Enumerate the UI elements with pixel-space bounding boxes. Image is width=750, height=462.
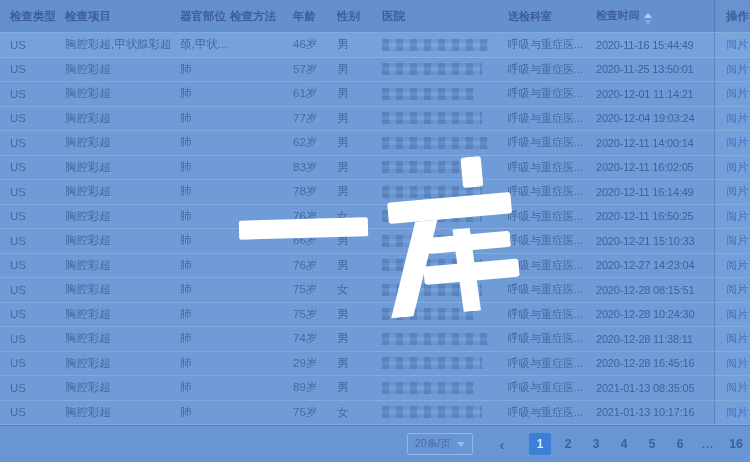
cell-exam-type: US [0, 137, 65, 149]
cell-exam-project: 胸腔彩超 [65, 160, 180, 175]
read-film-link[interactable]: 阅片 [726, 37, 748, 52]
read-film-link[interactable]: 阅片 [726, 258, 748, 273]
read-film-link[interactable]: 阅片 [726, 184, 748, 199]
cell-hospital [382, 161, 508, 173]
cell-exam-type: US [0, 259, 65, 271]
table-row[interactable]: US 胸腔彩超 肺 57岁 男 呼吸与重症医... 2020-11-25 13:… [0, 58, 750, 83]
sort-asc-icon [644, 13, 652, 18]
read-film-link[interactable]: 阅片 [726, 233, 748, 248]
table-row[interactable]: US 胸腔彩超 肺 78岁 男 呼吸与重症医... 2020-12-11 16:… [0, 180, 750, 205]
page-button[interactable]: 3 [585, 433, 607, 455]
read-film-link[interactable]: 阅片 [726, 209, 748, 224]
cell-hospital [382, 333, 508, 345]
read-film-link[interactable]: 阅片 [726, 160, 748, 175]
chevron-down-icon [457, 442, 465, 447]
hospital-redacted-block [382, 39, 489, 51]
table-row[interactable]: US 胸腔彩超,甲状腺彩超 颈,甲状... 46岁 男 呼吸与重症医... 20… [0, 33, 750, 58]
cell-actions: 阅片 [714, 131, 750, 155]
read-film-link[interactable]: 阅片 [726, 282, 748, 297]
page-button[interactable]: 2 [557, 433, 579, 455]
cell-department: 呼吸与重症医... [508, 356, 596, 371]
sort-icon[interactable] [644, 13, 652, 25]
cell-exam-time: 2020-11-25 13:50:01 [596, 63, 714, 75]
cell-hospital [382, 382, 508, 394]
cell-exam-time: 2020-12-21 15:10:33 [596, 235, 714, 247]
page-button[interactable]: 1 [529, 433, 551, 455]
table-row[interactable]: US 胸腔彩超 肺 75岁 女 呼吸与重症医... 2021-01-13 10:… [0, 401, 750, 426]
cell-gender: 男 [337, 111, 382, 126]
col-header-age: 年龄 [293, 9, 337, 24]
table-row[interactable]: US 胸腔彩超 肺 76岁 女 呼吸与重症医... 2020-12-11 16:… [0, 205, 750, 230]
col-header-exam-time[interactable]: 检查时间 [596, 8, 714, 25]
hospital-redacted-block [382, 235, 489, 247]
cell-hospital [382, 112, 508, 124]
read-film-link[interactable]: 阅片 [726, 405, 748, 420]
cell-actions: 阅片 [714, 156, 750, 180]
cell-gender: 男 [337, 184, 382, 199]
cell-actions: 阅片 [714, 33, 750, 57]
read-film-link[interactable]: 阅片 [726, 307, 748, 322]
cell-actions: 阅片 [714, 401, 750, 425]
cell-exam-time: 2020-12-27 14:23:04 [596, 259, 714, 271]
col-header-method: 检查方法 [230, 9, 293, 24]
col-header-department: 送检科室 [508, 9, 596, 24]
cell-organ: 肺 [180, 233, 230, 248]
page-size-select[interactable]: 20条/页 [407, 433, 473, 455]
prev-page-button[interactable]: ‹ [491, 433, 513, 455]
read-film-link[interactable]: 阅片 [726, 331, 748, 346]
cell-exam-type: US [0, 357, 65, 369]
cell-organ: 肺 [180, 282, 230, 297]
page-list: 123456...16 [529, 433, 747, 455]
cell-exam-type: US [0, 235, 65, 247]
cell-age: 57岁 [293, 62, 337, 77]
cell-department: 呼吸与重症医... [508, 135, 596, 150]
cell-actions: 阅片 [714, 352, 750, 376]
cell-exam-project: 胸腔彩超 [65, 184, 180, 199]
table-row[interactable]: US 胸腔彩超 肺 83岁 男 呼吸与重症医... 2020-12-11 16:… [0, 156, 750, 181]
cell-actions: 阅片 [714, 107, 750, 131]
cell-age: 29岁 [293, 356, 337, 371]
cell-exam-type: US [0, 63, 65, 75]
cell-gender: 男 [337, 37, 382, 52]
cell-age: 75岁 [293, 307, 337, 322]
page-button[interactable]: 6 [669, 433, 691, 455]
page-button[interactable]: 4 [613, 433, 635, 455]
table-row[interactable]: US 胸腔彩超 肺 62岁 男 呼吸与重症医... 2020-12-11 14:… [0, 131, 750, 156]
more-pages-button[interactable]: ... [697, 433, 719, 455]
cell-age: 89岁 [293, 380, 337, 395]
cell-organ: 肺 [180, 356, 230, 371]
table-row[interactable]: US 胸腔彩超 肺 74岁 男 呼吸与重症医... 2020-12-28 11:… [0, 327, 750, 352]
col-header-exam-project: 检查项目 [65, 9, 180, 24]
cell-exam-time: 2020-12-11 16:02:05 [596, 161, 714, 173]
read-film-link[interactable]: 阅片 [726, 380, 748, 395]
read-film-link[interactable]: 阅片 [726, 86, 748, 101]
table-row[interactable]: US 胸腔彩超 肺 77岁 男 呼吸与重症医... 2020-12-04 19:… [0, 107, 750, 132]
table-row[interactable]: US 胸腔彩超 肺 29岁 男 呼吸与重症医... 2020-12-28 16:… [0, 352, 750, 377]
table-row[interactable]: US 胸腔彩超 肺 75岁 男 呼吸与重症医... 2020-12-28 10:… [0, 303, 750, 328]
cell-department: 呼吸与重症医... [508, 233, 596, 248]
table-row[interactable]: US 胸腔彩超 肺 66岁 男 呼吸与重症医... 2020-12-21 15:… [0, 229, 750, 254]
hospital-redacted-block [382, 161, 474, 173]
table-row[interactable]: US 胸腔彩超 肺 76岁 男 呼吸与重症医... 2020-12-27 14:… [0, 254, 750, 279]
col-header-actions: 操作 [714, 0, 750, 32]
cell-exam-project: 胸腔彩超 [65, 62, 180, 77]
cell-exam-type: US [0, 308, 65, 320]
cell-exam-project: 胸腔彩超 [65, 258, 180, 273]
col-header-exam-type: 检查类型 [0, 9, 65, 24]
read-film-link[interactable]: 阅片 [726, 111, 748, 126]
table-row[interactable]: US 胸腔彩超 肺 61岁 男 呼吸与重症医... 2020-12-01 11:… [0, 82, 750, 107]
read-film-link[interactable]: 阅片 [726, 62, 748, 77]
read-film-link[interactable]: 阅片 [726, 356, 748, 371]
table-row[interactable]: US 胸腔彩超 肺 75岁 女 呼吸与重症医... 2020-12-28 08:… [0, 278, 750, 303]
cell-department: 呼吸与重症医... [508, 86, 596, 101]
page-button[interactable]: 5 [641, 433, 663, 455]
hospital-redacted-block [382, 284, 482, 296]
table-row[interactable]: US 胸腔彩超 肺 89岁 男 呼吸与重症医... 2021-01-13 08:… [0, 376, 750, 401]
cell-organ: 肺 [180, 380, 230, 395]
cell-gender: 男 [337, 331, 382, 346]
read-film-link[interactable]: 阅片 [726, 135, 748, 150]
cell-gender: 男 [337, 307, 382, 322]
col-header-hospital: 医院 [382, 9, 508, 24]
cell-exam-project: 胸腔彩超 [65, 86, 180, 101]
page-button[interactable]: 16 [725, 433, 747, 455]
